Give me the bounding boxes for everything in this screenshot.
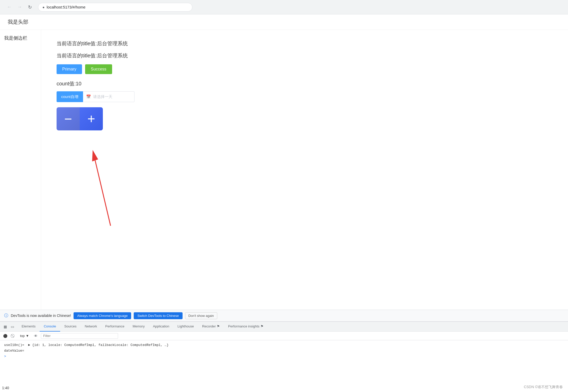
title-line-1: 当前语言的title值:后台管理系统 [57, 40, 553, 47]
header-text: 我是头部 [8, 19, 28, 25]
filter-input[interactable] [41, 333, 118, 339]
browser-chrome: ← → ↻ ● localhost:5173/#/home [0, 0, 568, 14]
devtools-notification: ⓘ DevTools is now available in Chinese! … [0, 310, 568, 322]
block-icon[interactable]: ⃠ [10, 333, 16, 339]
tab-elements[interactable]: Elements [17, 322, 40, 332]
lock-icon: ● [42, 5, 44, 9]
count-label: count值:10 [57, 80, 553, 87]
counter-buttons: − + [57, 107, 553, 130]
sidebar-text: 我是侧边栏 [4, 35, 27, 41]
console-prompt-line[interactable]: > [4, 354, 564, 359]
tab-application[interactable]: Application [149, 322, 174, 332]
devtools-tabs: ▦ ▭ Elements Console Sources Network Per… [0, 322, 568, 332]
context-selector[interactable]: top ▼ [19, 333, 31, 338]
button-row: Primary Success [57, 64, 553, 74]
date-picker-input[interactable]: 📅 请选择一天 [83, 91, 134, 102]
clear-console-icon[interactable]: ⚫ [2, 333, 8, 339]
top-label: top [20, 334, 25, 338]
counter-row: count自增 📅 请选择一天 [57, 91, 553, 102]
content-area: 我是侧边栏 当前语言的title值:后台管理系统 当前语言的title值:后台管… [0, 30, 568, 310]
always-match-button[interactable]: Always match Chrome's language [74, 312, 131, 319]
console-text-1: useI18n()= ► {id: 1, locale: ComputedRef… [4, 343, 169, 347]
tab-sources[interactable]: Sources [60, 322, 81, 332]
minus-button[interactable]: − [57, 107, 80, 130]
devtools-panel: ▦ ▭ Elements Console Sources Network Per… [0, 322, 568, 392]
tab-memory[interactable]: Memory [129, 322, 149, 332]
main-content: 当前语言的title值:后台管理系统 当前语言的title值:后台管理系统 Pr… [41, 30, 568, 310]
select-element-icon[interactable]: ▦ [2, 324, 8, 330]
address-bar[interactable]: ● localhost:5173/#/home [38, 3, 192, 12]
primary-button[interactable]: Primary [57, 64, 82, 74]
browser-viewport: 我是头部 我是侧边栏 当前语言的title值:后台管理系统 当前语言的title… [0, 14, 568, 310]
chevron-down-icon: ▼ [26, 334, 29, 338]
console-line-2: dateValue= [4, 348, 564, 354]
dont-show-button[interactable]: Don't show again [185, 312, 217, 319]
title-line-2: 当前语言的title值:后台管理系统 [57, 52, 553, 59]
tab-recorder[interactable]: Recorder ⚑ [198, 322, 224, 332]
back-button[interactable]: ← [5, 3, 13, 11]
tab-console[interactable]: Console [40, 322, 60, 332]
watermark-text: CSDN ©谁不想飞舞青春 [524, 385, 563, 389]
plus-button[interactable]: + [80, 107, 103, 130]
site-header: 我是头部 [0, 14, 568, 30]
device-toolbar-icon[interactable]: ▭ [9, 324, 15, 330]
time-text: 1:40 [2, 386, 9, 390]
tab-performance-insights[interactable]: Performance insights ⚑ [224, 322, 268, 332]
time-display: 1:40 [2, 386, 9, 390]
console-line-1: useI18n()= ► {id: 1, locale: ComputedRef… [4, 342, 564, 348]
date-placeholder: 请选择一天 [93, 94, 112, 99]
csdn-watermark: CSDN ©谁不想飞舞青春 [524, 385, 563, 389]
eye-icon[interactable]: 👁 [33, 333, 39, 339]
notification-text: DevTools is now available in Chinese! [11, 314, 71, 318]
tab-performance[interactable]: Performance [101, 322, 128, 332]
devtools-toolbar: ⚫ ⃠ top ▼ 👁 [0, 332, 568, 340]
tab-lighthouse[interactable]: Lighthouse [173, 322, 198, 332]
count-auto-button[interactable]: count自增 [57, 91, 83, 102]
sidebar: 我是侧边栏 [0, 30, 41, 310]
full-page: ← → ↻ ● localhost:5173/#/home 我是头部 我是侧边栏… [0, 0, 568, 392]
url-text: localhost:5173/#/home [47, 5, 85, 9]
calendar-icon: 📅 [86, 94, 91, 99]
nav-buttons: ← → ↻ [5, 3, 34, 11]
success-button[interactable]: Success [85, 64, 112, 74]
console-prompt: > [4, 354, 6, 358]
info-icon: ⓘ [4, 313, 8, 318]
refresh-button[interactable]: ↻ [26, 3, 34, 11]
devtools-left-icons: ▦ ▭ [2, 324, 15, 330]
console-output: useI18n()= ► {id: 1, locale: ComputedRef… [0, 340, 568, 361]
switch-chinese-button[interactable]: Switch DevTools to Chinese [134, 312, 182, 319]
console-text-2: dateValue= [4, 349, 24, 353]
forward-button[interactable]: → [15, 3, 24, 11]
tab-network[interactable]: Network [81, 322, 101, 332]
